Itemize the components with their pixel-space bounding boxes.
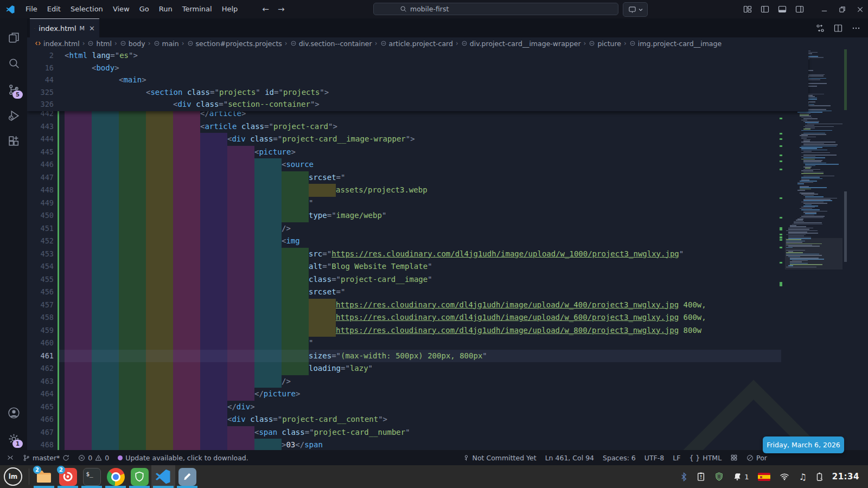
audio-player-icon[interactable]: ♫	[799, 472, 806, 482]
minimap-slider[interactable]	[785, 238, 843, 269]
tab-index-html[interactable]: index.html M ✕	[30, 18, 99, 37]
breadcrumb-item-image-wrapper[interactable]: div.project-card__image-wrapper	[461, 40, 581, 48]
code-line-455[interactable]: 455class="project-card__image"	[30, 273, 781, 286]
wifi-icon[interactable]	[780, 473, 789, 480]
code-line-448[interactable]: 448assets/project3.webp	[30, 184, 781, 197]
encoding-status[interactable]: UTF-8	[640, 450, 668, 465]
line-number[interactable]: 458	[30, 311, 54, 324]
language-mode[interactable]: { }HTML	[685, 450, 726, 465]
line-number[interactable]: 466	[30, 413, 54, 426]
extensions-icon[interactable]	[0, 129, 27, 153]
code-line-457[interactable]: 457https://res.cloudinary.com/dl4jg1udh/…	[30, 299, 781, 312]
code-line-458[interactable]: 458https://res.cloudinary.com/dl4jg1udh/…	[30, 311, 781, 324]
accounts-icon[interactable]	[0, 400, 27, 425]
split-editor-icon[interactable]	[834, 24, 843, 33]
line-number[interactable]: 448	[30, 184, 54, 197]
code-line-461[interactable]: 461sizes="(max-width: 500px) 200px, 800p…	[30, 350, 781, 363]
line-number[interactable]: 453	[30, 248, 54, 261]
line-number[interactable]: 456	[30, 286, 54, 299]
line-number[interactable]: 2	[30, 49, 54, 62]
nav-back-icon[interactable]: ←	[258, 4, 273, 14]
menu-run[interactable]: Run	[154, 0, 177, 18]
cursor-position[interactable]: Ln 461, Col 94	[541, 450, 598, 465]
menu-selection[interactable]: Selection	[66, 0, 108, 18]
taskbar-files-app[interactable]: 2	[32, 465, 56, 488]
line-number[interactable]: 459	[30, 324, 54, 337]
taskbar-media-app[interactable]: 2	[56, 465, 80, 488]
code-line-447[interactable]: 447srcset="	[30, 171, 781, 184]
close-icon[interactable]	[857, 6, 864, 13]
breadcrumb-item-picture[interactable]: picture	[589, 40, 621, 48]
breadcrumb-item-section-container[interactable]: div.section--container	[290, 40, 372, 48]
taskbar-chrome-app[interactable]	[104, 465, 127, 488]
line-number[interactable]: 16	[30, 62, 54, 75]
copilot-button[interactable]	[623, 2, 648, 17]
taskbar-editor-app[interactable]	[175, 465, 199, 488]
open-changes-icon[interactable]	[816, 24, 825, 33]
line-number[interactable]: 468	[30, 439, 54, 450]
menu-edit[interactable]: Edit	[42, 0, 66, 18]
git-branch-status[interactable]: master*	[18, 450, 74, 465]
code-line-453[interactable]: 453src="https://res.cloudinary.com/dl4jg…	[30, 248, 781, 261]
explorer-icon[interactable]	[0, 25, 27, 50]
line-number[interactable]: 444	[30, 133, 54, 146]
line-number[interactable]: 445	[30, 146, 54, 159]
eol-status[interactable]: LF	[668, 450, 685, 465]
more-actions-icon[interactable]	[852, 24, 860, 33]
battery-icon[interactable]	[816, 472, 823, 481]
code-line-466[interactable]: 466<div class="project-card__content">	[30, 413, 781, 426]
toggle-secondary-sidebar-icon[interactable]	[795, 5, 804, 14]
line-number[interactable]: 44	[30, 74, 54, 87]
code-line-325[interactable]: 325<section class="projects" id="project…	[30, 86, 781, 99]
breadcrumb-item-html[interactable]: html	[87, 40, 111, 48]
menu-help[interactable]: Help	[217, 0, 243, 18]
remote-indicator[interactable]	[0, 450, 18, 465]
code-line-456[interactable]: 456srcset="	[30, 286, 781, 299]
code-line-462[interactable]: 462loading="lazy"	[30, 362, 781, 375]
code-line-467[interactable]: 467<span class="project-card__number"	[30, 426, 781, 439]
nav-forward-icon[interactable]: →	[273, 4, 289, 14]
taskbar-terminal-app[interactable]: $_	[80, 465, 104, 488]
menu-go[interactable]: Go	[135, 0, 154, 18]
toggle-panel-icon[interactable]	[778, 5, 787, 14]
line-number[interactable]: 450	[30, 209, 54, 222]
toggle-sidebar-icon[interactable]	[761, 5, 769, 14]
menu-view[interactable]: View	[108, 0, 135, 18]
bluetooth-icon[interactable]	[680, 472, 687, 481]
problems-status[interactable]: 0 0	[74, 450, 113, 465]
grid-extension-status[interactable]	[726, 450, 742, 465]
firewall-shield-icon[interactable]	[714, 472, 724, 481]
clock[interactable]: 21:34	[832, 472, 859, 481]
line-number[interactable]: 467	[30, 426, 54, 439]
code-line-465[interactable]: 465</div>	[30, 401, 781, 414]
code-line-445[interactable]: 445<picture>	[30, 146, 781, 159]
line-number[interactable]: 443	[30, 120, 54, 133]
restore-icon[interactable]	[839, 6, 846, 13]
breadcrumb-item-file[interactable]: index.html	[35, 40, 80, 48]
breadcrumb-item-body[interactable]: body	[120, 40, 145, 48]
commit-status[interactable]: Not Committed Yet	[458, 450, 541, 465]
indentation-status[interactable]: Spaces: 6	[598, 450, 640, 465]
line-number[interactable]: 460	[30, 337, 54, 350]
code-line-451[interactable]: 451/>	[30, 222, 781, 235]
line-number[interactable]: 465	[30, 401, 54, 414]
search-command-center[interactable]: mobile-first	[373, 3, 618, 15]
breadcrumb-item-img[interactable]: img.project-card__image	[629, 40, 722, 48]
code-line-443[interactable]: 443<article class="project-card">	[30, 120, 781, 133]
mint-menu-button[interactable]: lm	[0, 465, 26, 488]
line-number[interactable]: 462	[30, 362, 54, 375]
code-line-463[interactable]: 463/>	[30, 375, 781, 388]
line-number[interactable]: 447	[30, 171, 54, 184]
code-line-16[interactable]: 16<body>	[30, 62, 781, 75]
update-available[interactable]: Update available, click to download.	[113, 450, 252, 465]
settings-gear-icon[interactable]: 1	[0, 426, 27, 451]
search-sidebar-icon[interactable]	[0, 51, 27, 76]
code-line-468[interactable]: 468>03</span	[30, 439, 781, 450]
code-line-460[interactable]: 460"	[30, 337, 781, 350]
source-control-icon[interactable]: 5	[0, 77, 27, 102]
minimize-icon[interactable]	[821, 6, 828, 13]
date-notification[interactable]: Friday, March 6, 2026	[763, 436, 844, 453]
code-line-2[interactable]: 2<html lang="es">	[30, 49, 781, 62]
code-line-444[interactable]: 444<div class="project-card__image-wrapp…	[30, 133, 781, 146]
customize-layout-icon[interactable]	[743, 5, 752, 14]
